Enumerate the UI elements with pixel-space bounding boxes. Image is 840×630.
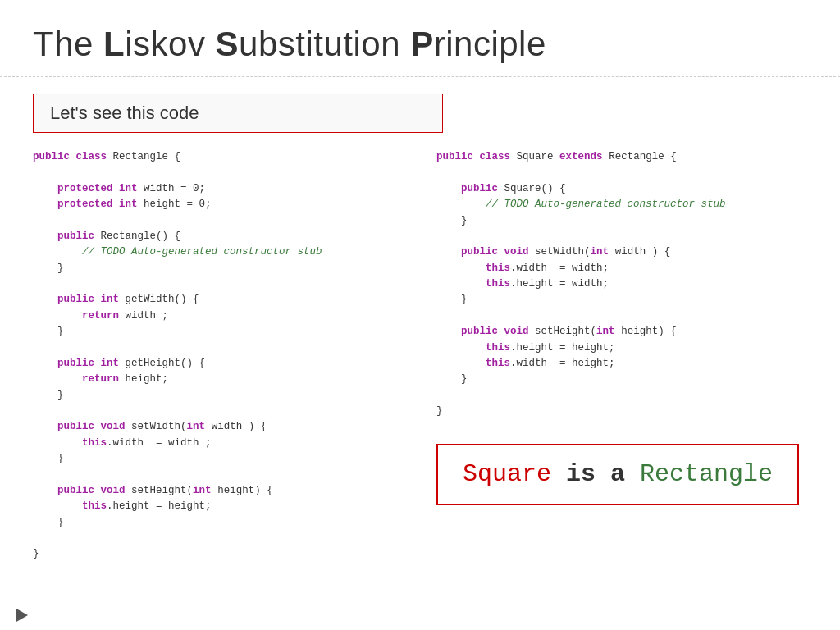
isa-square: Square — [463, 460, 551, 488]
isa-is-a: is a — [566, 460, 640, 488]
square-code-block: public class Square extends Rectangle { … — [436, 149, 807, 563]
isa-text: Square is a Rectangle — [463, 460, 773, 488]
square-code: public class Square extends Rectangle { … — [436, 149, 807, 419]
banner-box: Let's see this code — [33, 94, 443, 133]
title-area: The Liskov Substitution Principle — [0, 0, 840, 77]
slide-title: The Liskov Substitution Principle — [33, 25, 807, 64]
rectangle-code: public class Rectangle { protected int w… — [33, 149, 404, 563]
title-l: L — [103, 25, 125, 63]
title-s: S — [216, 25, 240, 63]
isa-box: Square is a Rectangle — [436, 444, 799, 505]
rectangle-code-block: public class Rectangle { protected int w… — [33, 149, 404, 563]
title-p: P — [410, 25, 434, 63]
banner-text: Let's see this code — [50, 103, 199, 123]
code-section: public class Rectangle { protected int w… — [33, 149, 807, 563]
slide: The Liskov Substitution Principle Let's … — [0, 0, 840, 630]
play-arrow-icon[interactable] — [16, 609, 28, 622]
isa-rectangle: Rectangle — [640, 460, 773, 488]
footer — [0, 600, 840, 630]
content-area: Let's see this code public class Rectang… — [0, 77, 840, 579]
